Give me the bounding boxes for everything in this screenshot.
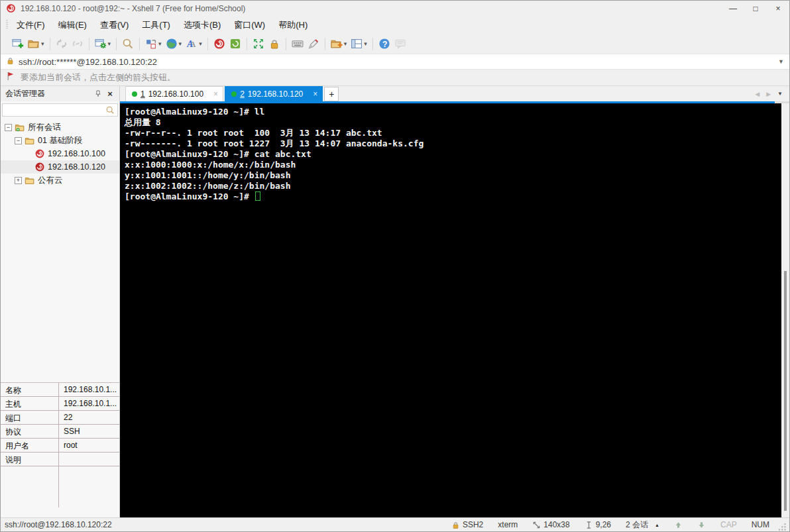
tree-item-label: 公有云: [38, 175, 63, 186]
terminal-screen[interactable]: [root@AlmaLinux9-120 ~]# ll总用量 8-rw-r--r…: [120, 103, 781, 517]
lock-small-icon: [451, 521, 460, 529]
menu-item[interactable]: 选项卡(B): [177, 16, 227, 34]
status-scroll-up[interactable]: [674, 521, 683, 529]
terminal-line: z:x:1002:1002::/home/z:/bin/bash: [125, 181, 781, 191]
session-tab-192.168.10.120[interactable]: 2192.168.10.120×: [225, 86, 323, 101]
terminal-scrollbar[interactable]: [781, 103, 789, 517]
tree-item--[interactable]: +公有云: [1, 174, 119, 187]
address-dropdown-caret[interactable]: ▼: [773, 58, 789, 65]
property-value[interactable]: 22: [59, 411, 119, 424]
message-button[interactable]: [392, 36, 408, 52]
session-icon: [34, 148, 45, 159]
disconnect-button[interactable]: [54, 36, 70, 52]
pin-icon[interactable]: [92, 88, 104, 100]
lock-button[interactable]: [266, 36, 282, 52]
property-value[interactable]: 192.168.10.1...: [59, 383, 119, 396]
status-session-count[interactable]: 2 会话▲: [626, 519, 659, 531]
menu-item[interactable]: 查看(V): [93, 16, 135, 34]
property-label: 说明: [1, 452, 59, 466]
status-num-lock: NUM: [752, 520, 769, 529]
folder-plus-button[interactable]: ▾: [329, 36, 349, 52]
dropdown-caret-icon[interactable]: ▾: [344, 40, 347, 47]
close-button[interactable]: ×: [767, 1, 789, 16]
address-url[interactable]: ssh://root:******@192.168.10.120:22: [19, 57, 773, 67]
scrollbar-thumb[interactable]: [784, 271, 787, 511]
tree-item-192.168.10.120[interactable]: 192.168.10.120: [1, 160, 119, 174]
menubar-grip: [6, 20, 8, 30]
arrange-button[interactable]: ▾: [143, 36, 164, 52]
menu-item[interactable]: 帮助(H): [272, 16, 314, 34]
collapse-icon[interactable]: −: [15, 137, 22, 144]
font-button[interactable]: AA▾: [184, 36, 204, 52]
xshell-button[interactable]: [211, 36, 227, 52]
statusbar-url: ssh://root@192.168.10.120:22: [5, 520, 437, 529]
status-session-count-caret-icon[interactable]: ▲: [655, 523, 659, 527]
tab-scroll-right-icon[interactable]: ▶: [766, 91, 771, 97]
property-label: 端口: [1, 411, 59, 424]
property-grid-tail-cell: [1, 466, 59, 507]
property-value[interactable]: [59, 452, 119, 466]
tree-item-192.168.10.100[interactable]: 192.168.10.100: [1, 147, 119, 160]
find-button[interactable]: [120, 36, 136, 52]
menu-item[interactable]: 窗口(W): [227, 16, 272, 34]
dropdown-caret-icon[interactable]: ▾: [158, 40, 162, 47]
new-session-icon: [12, 38, 24, 50]
session-search-input[interactable]: [2, 103, 118, 117]
layout-button[interactable]: ▾: [349, 36, 369, 52]
menu-item[interactable]: 文件(F): [10, 16, 52, 34]
tab-number: 1: [141, 89, 145, 99]
pen-button[interactable]: [306, 36, 321, 52]
session-manager-title: 会话管理器: [5, 88, 92, 99]
open-folder-icon: [28, 38, 40, 50]
new-tab-button[interactable]: +: [324, 87, 339, 101]
tree-item--[interactable]: −所有会话: [1, 121, 119, 134]
session-properties-button[interactable]: ▾: [93, 36, 113, 52]
dropdown-caret-icon[interactable]: ▾: [364, 40, 367, 47]
property-value[interactable]: SSH: [59, 425, 119, 438]
xftp-button[interactable]: [227, 36, 243, 52]
maximize-button[interactable]: □: [744, 1, 767, 16]
status-caps-lock-label: CAP: [720, 520, 737, 529]
property-value[interactable]: 192.168.10.1...: [59, 397, 119, 410]
addressbar[interactable]: ssh://root:******@192.168.10.120:22 ▼: [1, 54, 789, 70]
globe-button[interactable]: ▾: [164, 36, 184, 52]
toolbar-separator: [247, 38, 247, 50]
property-label: 主机: [1, 397, 59, 410]
tree-item-01-[interactable]: −01 基础阶段: [1, 134, 119, 147]
connected-dot-icon: [231, 91, 237, 97]
resize-grip[interactable]: [779, 523, 787, 531]
dropdown-caret-icon[interactable]: ▾: [41, 40, 44, 47]
toolbar-separator: [116, 38, 117, 50]
toolbar-separator: [139, 38, 140, 50]
tab-list-menu-icon[interactable]: ▼: [777, 91, 783, 97]
toolbar-separator: [286, 38, 286, 50]
session-tab-192.168.10.100[interactable]: 1192.168.10.100×: [125, 86, 223, 101]
keyboard-button[interactable]: [290, 36, 306, 52]
pen-icon: [308, 38, 319, 50]
reconnect-button[interactable]: [70, 36, 85, 52]
minimize-button[interactable]: —: [722, 1, 744, 16]
folder-root-icon: [15, 123, 25, 133]
tab-scroll-left-icon[interactable]: ◀: [755, 91, 760, 97]
panel-close-icon[interactable]: ×: [104, 88, 116, 100]
expand-icon[interactable]: +: [15, 177, 22, 184]
collapse-icon[interactable]: −: [5, 124, 12, 131]
property-label: 名称: [1, 383, 59, 396]
fullscreen-button[interactable]: [251, 36, 266, 52]
session-manager-header: 会话管理器 ×: [1, 86, 119, 101]
dropdown-caret-icon[interactable]: ▾: [179, 40, 182, 47]
property-value[interactable]: root: [59, 439, 119, 452]
new-session-button[interactable]: [10, 36, 26, 52]
open-folder-button[interactable]: ▾: [26, 36, 46, 52]
property-row: 协议SSH: [1, 425, 119, 439]
tab-close-icon[interactable]: ×: [213, 89, 218, 99]
tab-close-icon[interactable]: ×: [313, 89, 317, 99]
statusbar: ssh://root@192.168.10.120:22 SSH2xterm14…: [1, 517, 789, 531]
dropdown-caret-icon[interactable]: ▾: [199, 40, 202, 47]
help-button[interactable]: ?: [376, 36, 392, 52]
dropdown-caret-icon[interactable]: ▾: [108, 40, 111, 47]
menu-item[interactable]: 编辑(E): [52, 16, 93, 34]
status-scroll-down[interactable]: [697, 521, 706, 529]
caret-pos-icon: [585, 521, 593, 529]
menu-item[interactable]: 工具(T): [135, 16, 177, 34]
